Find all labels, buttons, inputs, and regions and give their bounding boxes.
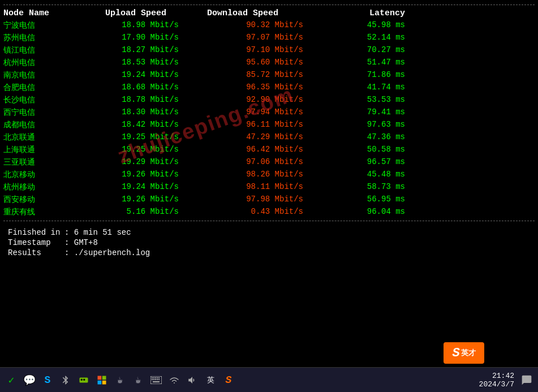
upload-speed: 5.16 Mbit/s	[77, 207, 190, 217]
svg-rect-13	[152, 379, 153, 380]
upload-speed: 19.26 Mbit/s	[77, 170, 190, 180]
table-row: 三亚联通 19.29 Mbit/s 97.06 Mbit/s 96.57 ms	[3, 156, 535, 169]
latency: 58.73 ms	[315, 182, 405, 192]
download-speed: 97.10 Mbit/s	[190, 45, 315, 55]
download-speed: 98.26 Mbit/s	[190, 170, 315, 180]
svg-rect-15	[155, 379, 156, 380]
download-speed: 97.06 Mbit/s	[190, 157, 315, 167]
taskbar-icon-wechat[interactable]: 💬	[21, 372, 37, 388]
footer-finished-row: Finished in : 6 min 51 sec	[8, 228, 530, 237]
taskbar-icon-coffee1[interactable]: ☕	[112, 372, 128, 388]
node-name: 苏州电信	[3, 33, 77, 43]
latency: 52.14 ms	[315, 33, 405, 43]
node-name: 北京移动	[3, 170, 77, 180]
speed-table: 宁波电信 18.98 Mbit/s 90.32 Mbit/s 45.98 ms …	[3, 19, 535, 218]
upload-speed: 18.78 Mbit/s	[77, 95, 190, 105]
svg-rect-17	[158, 379, 160, 380]
svg-rect-2	[83, 378, 85, 380]
svg-rect-16	[157, 379, 158, 380]
download-speed: 85.72 Mbit/s	[190, 70, 315, 80]
taskbar-left: ✓ 💬 S	[3, 372, 236, 388]
node-name: 重庆有线	[3, 207, 77, 217]
table-header: Node Name Upload Speed Download Speed La…	[3, 7, 535, 19]
lang-text: 英	[207, 375, 214, 385]
table-row: 合肥电信 18.68 Mbit/s 96.35 Mbit/s 41.74 ms	[3, 81, 535, 94]
footer-results-row: Results : ./superbench.log	[8, 248, 530, 257]
taskbar-icon-s[interactable]: S	[40, 372, 55, 388]
latency: 51.47 ms	[315, 58, 405, 68]
download-speed: 97.07 Mbit/s	[190, 33, 315, 43]
timestamp-label: Timestamp	[8, 238, 64, 247]
node-name: 镇江电信	[3, 45, 77, 55]
notification-icon[interactable]	[519, 372, 535, 388]
taskbar-icon-check[interactable]: ✓	[3, 372, 19, 388]
table-row: 西宁电信 18.30 Mbit/s 97.94 Mbit/s 79.41 ms	[3, 106, 535, 119]
download-speed: 97.98 Mbit/s	[190, 195, 315, 205]
svg-rect-1	[81, 378, 83, 380]
latency: 53.53 ms	[315, 95, 405, 105]
node-name: 西宁电信	[3, 107, 77, 118]
logo-s: S	[452, 346, 459, 360]
svg-rect-8	[152, 377, 153, 378]
download-speed: 97.94 Mbit/s	[190, 107, 315, 118]
latency: 97.63 ms	[315, 120, 405, 130]
footer: Finished in : 6 min 51 sec Timestamp : G…	[3, 223, 535, 262]
upload-speed: 19.25 Mbit/s	[77, 132, 190, 143]
upload-speed: 18.53 Mbit/s	[77, 58, 190, 68]
taskbar-icon-coffee2[interactable]: ☕	[130, 372, 146, 388]
taskbar-icon-keyboard[interactable]	[148, 372, 164, 388]
taskbar-icon-bluetooth[interactable]	[58, 372, 74, 388]
upload-speed: 18.68 Mbit/s	[77, 83, 190, 93]
svg-rect-4	[102, 376, 106, 380]
download-speed: 95.60 Mbit/s	[190, 58, 315, 68]
table-row: 杭州电信 18.53 Mbit/s 95.60 Mbit/s 51.47 ms	[3, 57, 535, 69]
taskbar-icon-superbench[interactable]: S	[221, 372, 236, 388]
logo-text: 英才	[461, 348, 476, 358]
results-label: Results	[8, 248, 64, 257]
header-latency: Latency	[315, 8, 405, 18]
node-name: 杭州电信	[3, 58, 77, 68]
upload-speed: 19.25 Mbit/s	[77, 145, 190, 155]
latency: 45.48 ms	[315, 170, 405, 180]
upload-speed: 19.24 Mbit/s	[77, 182, 190, 192]
upload-speed: 19.26 Mbit/s	[77, 195, 190, 205]
finished-label: Finished in	[8, 228, 64, 237]
latency: 45.98 ms	[315, 20, 405, 31]
terminal-window: Node Name Upload Speed Download Speed La…	[0, 0, 538, 392]
taskbar-icon-gpu[interactable]	[76, 372, 92, 388]
download-speed: 96.35 Mbit/s	[190, 83, 315, 93]
svg-rect-11	[157, 377, 158, 378]
table-row: 镇江电信 18.27 Mbit/s 97.10 Mbit/s 70.27 ms	[3, 44, 535, 57]
latency: 47.36 ms	[315, 132, 405, 143]
svg-rect-10	[155, 377, 156, 378]
finished-value: : 6 min 51 sec	[64, 228, 131, 237]
taskbar-icon-grid[interactable]	[94, 372, 110, 388]
download-speed: 0.43 Mbit/s	[190, 207, 315, 217]
node-name: 北京联通	[3, 132, 77, 143]
header-node: Node Name	[3, 8, 77, 18]
table-row: 北京联通 19.25 Mbit/s 47.29 Mbit/s 47.36 ms	[3, 131, 535, 144]
node-name: 宁波电信	[3, 20, 77, 31]
table-row: 重庆有线 5.16 Mbit/s 0.43 Mbit/s 96.04 ms	[3, 206, 535, 218]
latency: 41.74 ms	[315, 83, 405, 93]
terminal-content: Node Name Upload Speed Download Speed La…	[0, 0, 538, 367]
node-name: 三亚联通	[3, 157, 77, 167]
upload-speed: 18.98 Mbit/s	[77, 20, 190, 31]
node-name: 长沙电信	[3, 95, 77, 105]
header-upload: Upload Speed	[77, 8, 190, 18]
timestamp-value: : GMT+8	[64, 238, 98, 247]
results-value: : ./superbench.log	[64, 248, 150, 257]
taskbar-right: 21:42 2024/3/7	[479, 372, 535, 389]
download-speed: 92.90 Mbit/s	[190, 95, 315, 105]
clock-time: 21:42	[479, 372, 514, 380]
latency: 96.57 ms	[315, 157, 405, 167]
download-speed: 98.11 Mbit/s	[190, 182, 315, 192]
svg-rect-6	[102, 380, 106, 384]
svg-rect-9	[153, 377, 154, 378]
taskbar-icon-lang[interactable]: 英	[203, 372, 218, 388]
taskbar-icon-volume[interactable]	[184, 372, 200, 388]
taskbar-icon-wifi[interactable]	[166, 372, 182, 388]
taskbar: ✓ 💬 S	[0, 367, 538, 392]
download-speed: 96.11 Mbit/s	[190, 120, 315, 130]
svg-rect-14	[153, 379, 154, 380]
